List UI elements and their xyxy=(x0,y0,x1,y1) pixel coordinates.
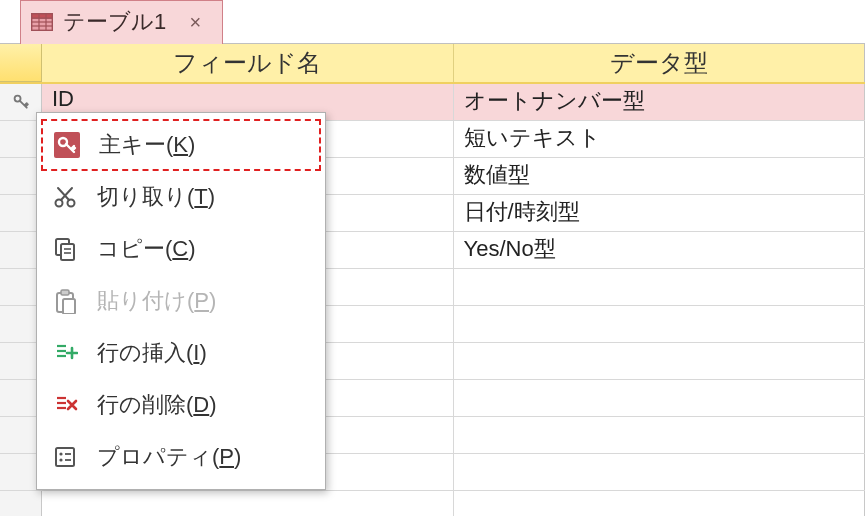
tab-close-button[interactable]: × xyxy=(182,9,208,35)
delete-row-icon xyxy=(49,389,81,421)
primary-key-icon xyxy=(13,94,29,110)
menu-item-cut[interactable]: 切り取り(T) xyxy=(41,171,321,223)
cell-data-type[interactable]: 日付/時刻型 xyxy=(454,195,866,231)
cell-data-type[interactable] xyxy=(454,380,866,416)
cell-data-type[interactable]: 数値型 xyxy=(454,158,866,194)
column-headers: フィールド名 データ型 xyxy=(0,44,865,84)
cell-data-type[interactable]: Yes/No型 xyxy=(454,232,866,268)
cell-data-type[interactable] xyxy=(454,417,866,453)
paste-icon xyxy=(49,285,81,317)
cell-data-type[interactable] xyxy=(454,269,866,305)
menu-item-properties[interactable]: プロパティ(P) xyxy=(41,431,321,483)
column-header-data-type[interactable]: データ型 xyxy=(454,44,866,82)
cell-field-name[interactable] xyxy=(42,491,454,516)
menu-item-label: 切り取り(T) xyxy=(97,182,215,212)
scissors-icon xyxy=(49,181,81,213)
menu-item-copy[interactable]: コピー(C) xyxy=(41,223,321,275)
menu-item-label: 行の削除(D) xyxy=(97,390,217,420)
context-menu: 主キー(K)切り取り(T)コピー(C)貼り付け(P)行の挿入(I)行の削除(D)… xyxy=(36,112,326,490)
key-icon xyxy=(51,129,83,161)
properties-icon xyxy=(49,441,81,473)
table-row[interactable] xyxy=(0,491,865,516)
menu-item-label: プロパティ(P) xyxy=(97,442,241,472)
table-icon xyxy=(31,12,53,32)
menu-item-label: コピー(C) xyxy=(97,234,196,264)
tab-title: テーブル1 xyxy=(63,7,166,37)
menu-item-label: 貼り付け(P) xyxy=(97,286,216,316)
menu-item-label: 主キー(K) xyxy=(99,130,195,160)
insert-row-icon xyxy=(49,337,81,369)
svg-rect-1 xyxy=(32,14,53,19)
cell-data-type[interactable] xyxy=(454,343,866,379)
menu-item-paste: 貼り付け(P) xyxy=(41,275,321,327)
column-header-field-name[interactable]: フィールド名 xyxy=(42,44,454,82)
cell-data-type[interactable]: オートナンバー型 xyxy=(454,84,866,120)
cell-data-type[interactable] xyxy=(454,454,866,490)
menu-item-primary-key[interactable]: 主キー(K) xyxy=(41,119,321,171)
copy-icon xyxy=(49,233,81,265)
row-selector[interactable] xyxy=(0,491,42,516)
menu-item-delete-rows[interactable]: 行の削除(D) xyxy=(41,379,321,431)
cell-data-type[interactable] xyxy=(454,491,866,516)
tab-table1[interactable]: テーブル1 × xyxy=(20,0,223,44)
cell-data-type[interactable] xyxy=(454,306,866,342)
menu-item-label: 行の挿入(I) xyxy=(97,338,207,368)
select-all-corner[interactable] xyxy=(0,44,42,82)
menu-item-insert-rows[interactable]: 行の挿入(I) xyxy=(41,327,321,379)
cell-data-type[interactable]: 短いテキスト xyxy=(454,121,866,157)
tab-bar: テーブル1 × xyxy=(0,0,865,44)
